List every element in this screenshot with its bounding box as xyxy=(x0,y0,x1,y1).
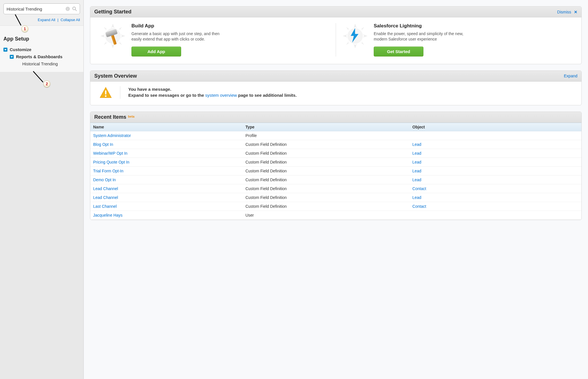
recent-item-object-link[interactable]: Lead xyxy=(412,195,421,200)
recent-item-name-link[interactable]: Lead Channel xyxy=(93,195,118,200)
add-app-button[interactable]: Add App xyxy=(131,47,181,57)
chevron-down-icon xyxy=(10,55,14,59)
svg-marker-16 xyxy=(343,35,347,38)
lightning-starburst-icon xyxy=(342,23,368,49)
recent-item-object xyxy=(409,211,581,219)
col-object-header[interactable]: Object xyxy=(409,123,581,131)
tree-node-historical-trending[interactable]: Historical Trending xyxy=(22,60,80,67)
system-overview-link[interactable]: system overview xyxy=(205,93,237,98)
recent-item-object-link[interactable]: Lead xyxy=(412,178,421,182)
beta-badge: beta xyxy=(128,115,135,118)
recent-item-name-link[interactable]: Lead Channel xyxy=(93,186,118,191)
app-setup-heading: App Setup xyxy=(3,36,80,42)
tree-node-reports-dashboards[interactable]: Reports & Dashboards xyxy=(10,53,80,60)
panel-title: Recent Items beta xyxy=(94,114,135,120)
quick-find-input[interactable] xyxy=(7,7,64,11)
col-type-header[interactable]: Type xyxy=(243,123,409,131)
main-content: Getting Started Dismiss ✕ Build App Gene… xyxy=(84,0,588,379)
recent-item-object-link[interactable]: Lead xyxy=(412,142,421,147)
svg-line-3 xyxy=(75,10,77,11)
info-icon[interactable]: i xyxy=(64,5,71,12)
recent-items-panel: Recent Items beta Name Type Object Syste… xyxy=(90,112,582,220)
chevron-down-icon xyxy=(3,48,7,52)
recent-item-type: Custom Field Definition xyxy=(243,184,409,193)
table-row: Last ChannelCustom Field DefinitionConta… xyxy=(90,202,581,211)
message-line2b: page to see additional limits. xyxy=(237,93,297,98)
panel-header: Getting Started Dismiss ✕ xyxy=(90,7,581,17)
table-row: Lead ChannelCustom Field DefinitionConta… xyxy=(90,184,581,193)
recent-item-name-link[interactable]: System Administrator xyxy=(93,133,131,138)
table-row: Blog Opt InCustom Field DefinitionLead xyxy=(90,140,581,149)
sidebar-tree: App Setup Customize Reports & Dashboards… xyxy=(0,26,83,72)
recent-item-type: Custom Field Definition xyxy=(243,149,409,158)
recent-item-name-link[interactable]: Jacqueline Hays xyxy=(93,213,123,217)
recent-item-object-link[interactable]: Contact xyxy=(412,186,426,191)
svg-text:i: i xyxy=(67,7,68,11)
message-line1: You have a message. xyxy=(128,87,171,92)
table-row: Webinar/WP Opt InCustom Field Definition… xyxy=(90,149,581,158)
table-row: Demo Opt InCustom Field DefinitionLead xyxy=(90,175,581,184)
panel-header: Recent Items beta xyxy=(90,112,581,123)
hammer-starburst-icon xyxy=(100,23,126,49)
recent-item-name-link[interactable]: Webinar/WP Opt In xyxy=(93,151,127,156)
recent-item-type: Custom Field Definition xyxy=(243,158,409,166)
message-line2a: Expand to see messages or go to the xyxy=(128,93,205,98)
svg-marker-5 xyxy=(121,35,125,38)
annotation-arrow xyxy=(33,71,43,82)
dismiss-label: Dismiss xyxy=(557,10,571,14)
svg-rect-24 xyxy=(105,90,107,94)
dismiss-link[interactable]: Dismiss ✕ xyxy=(557,10,577,14)
tree-node-label: Historical Trending xyxy=(22,61,58,66)
table-row: System AdministratorProfile xyxy=(90,131,581,140)
expand-all-link[interactable]: Expand All xyxy=(38,18,55,22)
close-icon: ✕ xyxy=(574,10,577,14)
build-app-block: Build App Generate a basic app with just… xyxy=(94,23,336,57)
table-row: Pricing Quote Opt InCustom Field Definit… xyxy=(90,158,581,166)
setup-sidebar: i Expand All | Collapse All App Setup Cu… xyxy=(0,0,84,379)
tree-node-customize[interactable]: Customize xyxy=(3,46,80,53)
system-overview-panel: System Overview Expand You have a messag… xyxy=(90,70,582,105)
separator: | xyxy=(57,18,58,22)
svg-marker-20 xyxy=(346,27,350,31)
table-row: Trial Form Opt-InCustom Field Definition… xyxy=(90,166,581,175)
lightning-desc: Enable the power, speed and simplicity o… xyxy=(374,31,468,42)
tree-node-label: Customize xyxy=(10,47,31,52)
recent-item-object-link[interactable]: Contact xyxy=(412,204,426,209)
warning-icon xyxy=(99,86,112,99)
recent-item-name-link[interactable]: Blog Opt In xyxy=(93,142,113,147)
recent-item-name-link[interactable]: Demo Opt In xyxy=(93,178,116,182)
collapse-all-link[interactable]: Collapse All xyxy=(61,18,80,22)
svg-marker-19 xyxy=(346,41,350,45)
table-row: Lead ChannelCustom Field DefinitionLead xyxy=(90,193,581,202)
recent-item-name-link[interactable]: Pricing Quote Opt In xyxy=(93,160,129,164)
recent-item-object-link[interactable]: Lead xyxy=(412,160,421,164)
recent-item-name-link[interactable]: Trial Form Opt-In xyxy=(93,169,123,173)
svg-marker-7 xyxy=(101,35,105,38)
svg-marker-14 xyxy=(363,35,367,38)
expand-link[interactable]: Expand xyxy=(564,74,577,78)
col-name-header[interactable]: Name xyxy=(90,123,243,131)
recent-item-object-link[interactable]: Lead xyxy=(412,169,421,173)
annotation-badge-1: 1 xyxy=(21,25,28,32)
divider xyxy=(120,86,120,99)
expand-collapse-row: Expand All | Collapse All xyxy=(3,14,80,22)
recent-item-name-link[interactable]: Last Channel xyxy=(93,204,117,209)
recent-item-object-link[interactable]: Lead xyxy=(412,151,421,156)
tree-node-label: Reports & Dashboards xyxy=(16,54,63,59)
recent-item-type: Custom Field Definition xyxy=(243,140,409,149)
panel-title: System Overview xyxy=(94,73,137,79)
build-app-title: Build App xyxy=(131,23,226,29)
annotation-badge-2: 2 xyxy=(43,80,50,87)
get-started-button[interactable]: Get Started xyxy=(374,47,423,57)
svg-marker-15 xyxy=(354,44,357,48)
panel-header: System Overview Expand xyxy=(90,71,581,82)
recent-item-type: Custom Field Definition xyxy=(243,175,409,184)
lightning-title: Salesforce Lightning xyxy=(374,23,468,29)
quick-find-box: i xyxy=(3,3,80,14)
svg-point-25 xyxy=(105,95,107,97)
svg-marker-17 xyxy=(360,27,364,31)
table-row: Jacqueline HaysUser xyxy=(90,211,581,219)
search-icon[interactable] xyxy=(71,5,78,12)
salesforce-lightning-block: Salesforce Lightning Enable the power, s… xyxy=(336,23,578,57)
recent-item-type: Profile xyxy=(243,131,409,140)
